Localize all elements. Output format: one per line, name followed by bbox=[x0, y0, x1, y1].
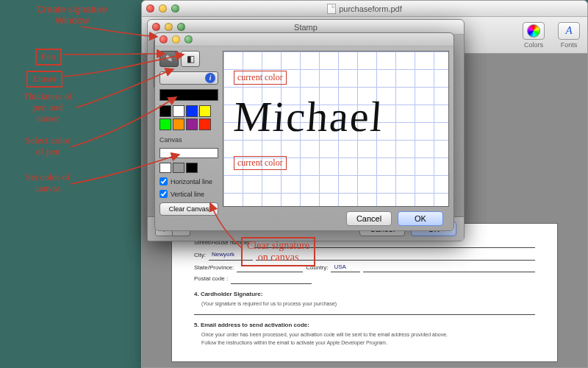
vertical-line-checkbox[interactable]: Vertical line bbox=[159, 190, 218, 198]
colors-group: Colors bbox=[523, 22, 545, 49]
sig-canvas-wrap: Michael current color current color Canc… bbox=[223, 46, 453, 230]
clear-canvas-button[interactable]: Clear Canvas bbox=[159, 202, 218, 216]
pen-color-swatch[interactable] bbox=[199, 105, 211, 117]
section5-title: 5. Email address to send activation code… bbox=[194, 321, 535, 330]
pen-color-swatch[interactable] bbox=[173, 105, 184, 117]
traffic-lights bbox=[146, 4, 179, 13]
close-icon[interactable] bbox=[159, 35, 168, 43]
pen-color-swatch[interactable] bbox=[159, 118, 171, 130]
document-title: purchaseform.pdf bbox=[339, 4, 402, 13]
pen-tool-button[interactable]: ✎ bbox=[159, 51, 179, 67]
signature-field[interactable] bbox=[194, 308, 535, 315]
fonts-group: A Fonts bbox=[558, 22, 580, 49]
postal-label: Postal code : bbox=[194, 275, 228, 284]
section4-note: (Your signature is required for us to pr… bbox=[201, 300, 535, 308]
close-icon[interactable] bbox=[146, 4, 154, 13]
stamp-window-title: Stamp bbox=[294, 23, 318, 32]
zoom-icon[interactable] bbox=[171, 4, 179, 13]
horizontal-line-input[interactable] bbox=[159, 177, 168, 185]
eraser-tool-button[interactable]: ◧ bbox=[181, 51, 200, 67]
stamp-traffic-lights bbox=[152, 23, 185, 31]
minimize-icon[interactable] bbox=[159, 4, 167, 13]
info-icon: i bbox=[205, 73, 215, 83]
color-wheel-icon bbox=[527, 24, 540, 38]
colors-button[interactable] bbox=[523, 22, 545, 40]
callout-select-pen-color: Select color of pen bbox=[7, 135, 88, 158]
sig-ok-button[interactable]: OK bbox=[398, 211, 443, 226]
horizontal-line-label: Horizontal line bbox=[171, 178, 212, 185]
canvas-color-swatch[interactable] bbox=[173, 163, 184, 173]
fonts-button[interactable]: A bbox=[558, 22, 580, 40]
state-label: State/Province: bbox=[194, 263, 234, 273]
pencil-icon: ✎ bbox=[165, 54, 173, 64]
sig-tool-panel: ✎ ◧ i Canvas Horizontal line Vertical li… bbox=[155, 46, 223, 230]
canvas-color-swatch[interactable] bbox=[159, 163, 171, 173]
pen-color-swatch[interactable] bbox=[159, 105, 171, 117]
close-icon[interactable] bbox=[152, 23, 160, 31]
postal-field[interactable] bbox=[231, 277, 312, 284]
pen-color-swatch[interactable] bbox=[186, 118, 198, 130]
pen-color-swatch[interactable] bbox=[199, 118, 211, 130]
callout-create-window: Create signature Window bbox=[21, 4, 123, 26]
section5-note2: Follow the instructions within the email… bbox=[201, 339, 535, 347]
zoom-icon[interactable] bbox=[177, 23, 185, 31]
minimize-icon[interactable] bbox=[165, 23, 173, 31]
pen-color-swatch[interactable] bbox=[173, 118, 184, 130]
pen-color-swatch[interactable] bbox=[186, 105, 198, 117]
callout-eraser: Eraser bbox=[26, 71, 62, 88]
sig-cancel-button[interactable]: Cancel bbox=[346, 211, 392, 226]
horizontal-line-checkbox[interactable]: Horizontal line bbox=[159, 177, 218, 185]
pdf-page: Street/House number: City:Newyork State/… bbox=[171, 223, 558, 362]
eraser-icon: ◧ bbox=[187, 54, 195, 64]
main-titlebar: purchaseform.pdf bbox=[142, 1, 587, 17]
sig-titlebar bbox=[155, 33, 453, 46]
callout-clear-signature: Clear signature on canvas bbox=[241, 237, 315, 266]
signature-editor-window: ✎ ◧ i Canvas Horizontal line Vertical li… bbox=[154, 32, 454, 231]
current-pen-color-swatch bbox=[159, 89, 218, 101]
fonts-label: Fonts bbox=[561, 41, 578, 49]
main-window-title: purchaseform.pdf bbox=[142, 4, 587, 14]
vertical-line-label: Vertical line bbox=[171, 191, 204, 198]
sig-body: ✎ ◧ i Canvas Horizontal line Vertical li… bbox=[155, 46, 453, 230]
section4-title: 4. Cardholder Signature: bbox=[194, 290, 535, 300]
callout-thickness: Thickness of pen and eraser bbox=[7, 91, 88, 124]
sig-button-bar: Cancel OK bbox=[223, 207, 449, 230]
pdf-file-icon bbox=[327, 4, 336, 14]
callout-pen: Pen bbox=[35, 49, 62, 66]
pen-color-palette bbox=[159, 105, 218, 130]
zoom-icon[interactable] bbox=[184, 35, 193, 43]
section5-note1: Once your order has been processed, your… bbox=[201, 330, 535, 339]
minimize-icon[interactable] bbox=[172, 35, 180, 43]
canvas-color-swatch[interactable] bbox=[186, 163, 198, 173]
signature-canvas[interactable]: Michael current color current color bbox=[223, 51, 449, 207]
vertical-line-input[interactable] bbox=[159, 190, 168, 198]
thickness-slider[interactable]: i bbox=[159, 71, 218, 85]
canvas-section-label: Canvas bbox=[159, 136, 218, 144]
city-label: City: bbox=[194, 251, 206, 261]
canvas-color-palette bbox=[159, 163, 218, 173]
country-value[interactable]: USA bbox=[331, 263, 360, 273]
current-canvas-color-swatch bbox=[159, 148, 218, 158]
colors-label: Colors bbox=[524, 41, 543, 49]
sig-traffic-lights bbox=[159, 35, 193, 43]
signature-handwriting: Michael bbox=[232, 92, 443, 141]
callout-set-canvas-color: Set color of canvas bbox=[7, 172, 88, 194]
